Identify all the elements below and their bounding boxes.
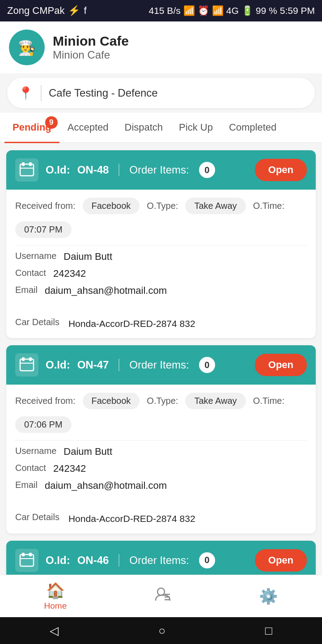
pin-icon: 📍 — [18, 86, 34, 101]
username-label: Username — [15, 251, 56, 263]
pending-badge: 9 — [45, 116, 58, 129]
divider-2 — [15, 440, 307, 441]
wifi-icon: 📶 — [212, 5, 224, 16]
nav-home[interactable]: 🏠 Home — [44, 581, 67, 611]
email-value-2: daium_ahsan@hotmail.com — [45, 480, 167, 491]
order-id-value: ON-48 — [77, 164, 109, 176]
username-value: Daium Butt — [64, 251, 112, 263]
order-icon — [15, 158, 38, 182]
order-divider-3 — [119, 554, 119, 567]
signal-icon: 4G — [226, 5, 239, 16]
car-details-2: Car Details Honda-AccorD-RED-2874 832 — [15, 512, 195, 525]
email-label: Email — [15, 285, 38, 297]
android-nav-bar: ◁ ○ □ — [0, 617, 322, 644]
back-button[interactable]: ◁ — [50, 624, 59, 638]
contact-value: 242342 — [53, 268, 86, 280]
order-header-on46: O.Id: ON-46 Order Items: 0 Open — [6, 541, 316, 580]
otype-label: O.Type: — [147, 201, 178, 211]
time-text: 5:59 PM — [280, 5, 315, 16]
items-count: 0 — [199, 162, 215, 178]
username-label-2: Username — [15, 446, 56, 458]
order-header-on47: O.Id: ON-47 Order Items: 0 Open — [6, 345, 316, 385]
open-button-on48[interactable]: Open — [255, 159, 307, 181]
svg-text:👨‍🍳: 👨‍🍳 — [18, 39, 36, 56]
location-divider — [41, 85, 42, 101]
otime-value-2: 07:06 PM — [15, 416, 72, 433]
order-id-value-3: ON-46 — [77, 554, 109, 567]
tab-accepted[interactable]: Accepted — [59, 113, 117, 142]
order-body-on47: Received from: Facebook O.Type: Take Awa… — [6, 385, 316, 533]
status-bar: Zong CMPak ⚡ f 415 B/s 📶 ⏰ 📶 4G 🔋 99% 5:… — [0, 0, 322, 21]
order-card-on48: O.Id: ON-48 Order Items: 0 Open Received… — [6, 150, 316, 338]
order-items-label-2: Order Items: — [129, 359, 189, 371]
location-text: Cafe Testing - Defence — [49, 87, 158, 99]
app-header: 👨‍🍳 Minion Cafe Minion Cafe — [0, 21, 322, 73]
items-count-2: 0 — [199, 357, 215, 373]
car-value-2: Honda-AccorD-RED-2874 832 — [68, 512, 195, 525]
contact-label: Contact — [15, 268, 46, 280]
battery-text: 99 — [256, 5, 266, 16]
facebook-icon: f — [84, 5, 86, 17]
order-body-on48: Received from: Facebook O.Type: Take Awa… — [6, 190, 316, 338]
otime-label: O.Time: — [253, 201, 284, 211]
car-details: Car Details Honda-AccorD-RED-2874 832 — [15, 317, 195, 330]
order-divider — [119, 164, 119, 176]
speed-text: 415 B/s — [149, 5, 181, 16]
order-items-label: Order Items: — [129, 164, 189, 176]
username-value-2: Daium Butt — [64, 446, 112, 458]
status-left: Zong CMPak ⚡ f — [7, 5, 87, 17]
home-icon: 🏠 — [46, 581, 65, 599]
order-id-label-3: O.Id: — [46, 554, 70, 567]
contact-label-2: Contact — [15, 463, 46, 475]
order-info-row-2: Received from: Facebook O.Type: Take Awa… — [15, 393, 307, 433]
tab-completed[interactable]: Completed — [221, 113, 284, 142]
svg-rect-7 — [22, 357, 25, 361]
bottom-nav: 🏠 Home ⚙️ — [0, 575, 322, 617]
svg-rect-11 — [22, 553, 25, 556]
otime-value: 07:07 PM — [15, 221, 72, 238]
order-icon-2 — [15, 353, 38, 377]
email-value: daium_ahsan@hotmail.com — [45, 285, 167, 297]
app-name: Minion Cafe — [53, 34, 129, 49]
svg-rect-2 — [20, 164, 34, 176]
app-subname: Minion Cafe — [53, 49, 129, 61]
home-label: Home — [44, 601, 67, 611]
nav-settings[interactable]: ⚙️ — [259, 587, 278, 605]
tabs-bar: Pending 9 Accepted Dispatch Pick Up Comp… — [0, 113, 322, 143]
svg-point-14 — [157, 588, 165, 595]
received-from-value-2: Facebook — [83, 393, 140, 409]
svg-rect-12 — [29, 553, 32, 556]
otype-value-2: Take Away — [185, 393, 246, 409]
divider — [15, 245, 307, 246]
usb-icon: ⚡ — [68, 5, 80, 17]
order-card-on47: O.Id: ON-47 Order Items: 0 Open Received… — [6, 345, 316, 533]
order-id-label-2: O.Id: — [46, 359, 70, 371]
open-button-on47[interactable]: Open — [255, 354, 307, 376]
orders-icon — [155, 586, 171, 606]
location-bar[interactable]: 📍 Cafe Testing - Defence — [7, 78, 315, 108]
svg-rect-6 — [20, 359, 34, 371]
order-info-row: Received from: Facebook O.Type: Take Awa… — [15, 198, 307, 238]
car-value: Honda-AccorD-RED-2874 832 — [68, 317, 195, 330]
nav-orders[interactable] — [155, 586, 171, 606]
home-button[interactable]: ○ — [158, 624, 165, 638]
svg-rect-4 — [29, 162, 32, 166]
open-button-on46[interactable]: Open — [255, 549, 307, 572]
svg-rect-8 — [29, 357, 32, 361]
status-right: 415 B/s 📶 ⏰ 📶 4G 🔋 99% 5:59 PM — [149, 5, 315, 16]
otype-value: Take Away — [185, 198, 246, 214]
email-label-2: Email — [15, 480, 38, 491]
received-from-label-2: Received from: — [15, 396, 76, 406]
svg-rect-10 — [20, 555, 34, 566]
recent-button[interactable]: □ — [265, 624, 272, 638]
tab-dispatch[interactable]: Dispatch — [117, 113, 171, 142]
car-label-2: Car Details — [15, 512, 59, 522]
settings-icon: ⚙️ — [259, 587, 278, 605]
items-count-3: 0 — [199, 552, 215, 568]
tab-pending[interactable]: Pending 9 — [4, 113, 59, 142]
alarm-icon: ⏰ — [198, 5, 209, 16]
tab-pickup[interactable]: Pick Up — [171, 113, 221, 142]
contact-value-2: 242342 — [53, 463, 86, 475]
order-items-label-3: Order Items: — [129, 554, 189, 567]
svg-rect-3 — [22, 162, 25, 166]
